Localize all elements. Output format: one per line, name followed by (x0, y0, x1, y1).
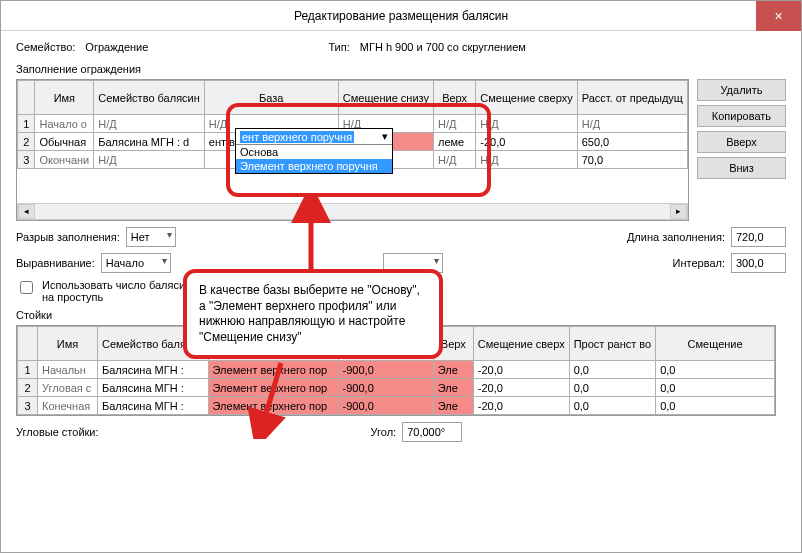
down-button[interactable]: Вниз (697, 157, 786, 179)
dialog-window: Редактирование размещения балясин × Семе… (0, 0, 802, 553)
window-title: Редактирование размещения балясин (294, 9, 508, 23)
copy-button[interactable]: Копировать (697, 105, 786, 127)
cell-offt[interactable]: -20,0 (473, 397, 569, 415)
cell-shift[interactable]: 0,0 (656, 361, 775, 379)
type-value: МГН h 900 и 700 со скруглением (360, 41, 526, 53)
row-num: 3 (18, 397, 38, 415)
up-button[interactable]: Вверх (697, 131, 786, 153)
fill-section-label: Заполнение ограждения (16, 63, 786, 75)
fill-length-label: Длина заполнения: (627, 231, 725, 243)
cell-base[interactable]: Элемент верхнего пор (208, 397, 338, 415)
angle-label: Угол: (371, 426, 397, 438)
cell-shift[interactable]: 0,0 (656, 379, 775, 397)
cell-top[interactable]: леме (433, 133, 475, 151)
col-family: Семейство балясин (94, 81, 205, 115)
col-num (18, 327, 38, 361)
interval-label: Интервал: (673, 257, 725, 269)
header-info: Семейство: Ограждение Тип: МГН h 900 и 7… (16, 41, 786, 53)
cell-space[interactable]: 0,0 (569, 397, 655, 415)
chevron-down-icon: ▾ (382, 130, 388, 143)
dropdown-current-text: ент верхнего поручня (240, 131, 354, 143)
cell-base[interactable]: Элемент верхнего пор (208, 361, 338, 379)
dropdown-option[interactable]: Основа (236, 145, 392, 159)
cell-name[interactable]: Начало о (35, 115, 94, 133)
cell-fam[interactable]: Балясина МГН : (98, 361, 209, 379)
gap-label: Разрыв заполнения: (16, 231, 120, 243)
cell-offt[interactable]: -20,0 (473, 379, 569, 397)
align-label: Выравнивание: (16, 257, 95, 269)
col-name: Имя (35, 81, 94, 115)
h-scrollbar[interactable]: ◂ ▸ (17, 203, 688, 220)
cell-base[interactable]: Элемент верхнего пор (208, 379, 338, 397)
fill-length-input[interactable] (731, 227, 786, 247)
row-num: 3 (18, 151, 35, 169)
cell-off[interactable]: -900,0 (338, 379, 433, 397)
angle-input[interactable] (402, 422, 462, 442)
use-count-label: Использовать число балясин на проступь (42, 279, 192, 303)
corner-label: Угловые стойки: (16, 426, 99, 438)
fill-header-row: Имя Семейство балясин База Смещение сниз… (18, 81, 688, 115)
annotation-callout: В качестве базы выберите не "Основу", а … (183, 269, 443, 359)
scroll-left-icon[interactable]: ◂ (18, 204, 35, 219)
cell-offt[interactable]: -20,0 (473, 361, 569, 379)
interval-input[interactable] (731, 253, 786, 273)
cell-offt[interactable]: -20,0 (476, 133, 577, 151)
close-icon: × (774, 8, 782, 24)
table-row[interactable]: 3 Конечная Балясина МГН : Элемент верхне… (18, 397, 775, 415)
cell-dist[interactable]: 70,0 (577, 151, 687, 169)
callout-text: В качестве базы выберите не "Основу", а … (199, 283, 420, 344)
cell-fam[interactable]: Н/Д (94, 115, 205, 133)
col-offset-bottom: Смещение снизу (338, 81, 433, 115)
cell-name[interactable]: Обычная (35, 133, 94, 151)
cell-top[interactable]: Эле (433, 379, 473, 397)
cell-fam[interactable]: Балясина МГН : (98, 397, 209, 415)
cell-dist[interactable]: 650,0 (577, 133, 687, 151)
cell-name[interactable]: Конечная (38, 397, 98, 415)
cell-top[interactable]: Н/Д (433, 115, 475, 133)
cell-fam[interactable]: Балясина МГН : d (94, 133, 205, 151)
dropdown-current[interactable]: ент верхнего поручня ▾ (236, 129, 392, 145)
type-label: Тип: (328, 41, 349, 53)
cell-top[interactable]: Н/Д (433, 151, 475, 169)
table-row[interactable]: 1 Начальн Балясина МГН : Элемент верхнег… (18, 361, 775, 379)
cell-fam[interactable]: Балясина МГН : (98, 379, 209, 397)
cell-offt[interactable]: Н/Д (476, 151, 577, 169)
gap-select[interactable] (126, 227, 176, 247)
col-offset-top: Смещение сверху (476, 81, 577, 115)
titlebar: Редактирование размещения балясин × (1, 1, 801, 31)
footer-row: Угловые стойки: Угол: (16, 422, 786, 442)
base-dropdown-open[interactable]: ент верхнего поручня ▾ Основа Элемент ве… (235, 128, 393, 174)
use-count-checkbox[interactable] (20, 281, 33, 294)
cell-name[interactable]: Окончани (35, 151, 94, 169)
col-space: Прост ранст во (569, 327, 655, 361)
col-shift: Смещение (656, 327, 775, 361)
cell-dist[interactable]: Н/Д (577, 115, 687, 133)
content-area: Семейство: Ограждение Тип: МГН h 900 и 7… (1, 31, 801, 458)
table-row[interactable]: 2 Угловая с Балясина МГН : Элемент верхн… (18, 379, 775, 397)
col-name: Имя (38, 327, 98, 361)
cell-off[interactable]: -900,0 (338, 397, 433, 415)
cell-space[interactable]: 0,0 (569, 379, 655, 397)
cell-top[interactable]: Эле (433, 361, 473, 379)
cell-top[interactable]: Эле (433, 397, 473, 415)
row-num: 1 (18, 115, 35, 133)
cell-name[interactable]: Начальн (38, 361, 98, 379)
cell-off[interactable]: -900,0 (338, 361, 433, 379)
cell-name[interactable]: Угловая с (38, 379, 98, 397)
family-label: Семейство: (16, 41, 75, 53)
cell-offt[interactable]: Н/Д (476, 115, 577, 133)
scroll-right-icon[interactable]: ▸ (670, 204, 687, 219)
dropdown-option[interactable]: Элемент верхнего поручня (236, 159, 392, 173)
fill-table-area: Имя Семейство балясин База Смещение сниз… (16, 79, 786, 221)
col-top: Верх (433, 81, 475, 115)
col-dist: Расст. от предыдущ (577, 81, 687, 115)
col-base: База (204, 81, 338, 115)
close-button[interactable]: × (756, 1, 801, 31)
gap-row: Разрыв заполнения: Длина заполнения: (16, 227, 786, 247)
align-select[interactable] (101, 253, 171, 273)
side-buttons: Удалить Копировать Вверх Вниз (697, 79, 786, 221)
cell-shift[interactable]: 0,0 (656, 397, 775, 415)
cell-fam[interactable]: Н/Д (94, 151, 205, 169)
delete-button[interactable]: Удалить (697, 79, 786, 101)
cell-space[interactable]: 0,0 (569, 361, 655, 379)
